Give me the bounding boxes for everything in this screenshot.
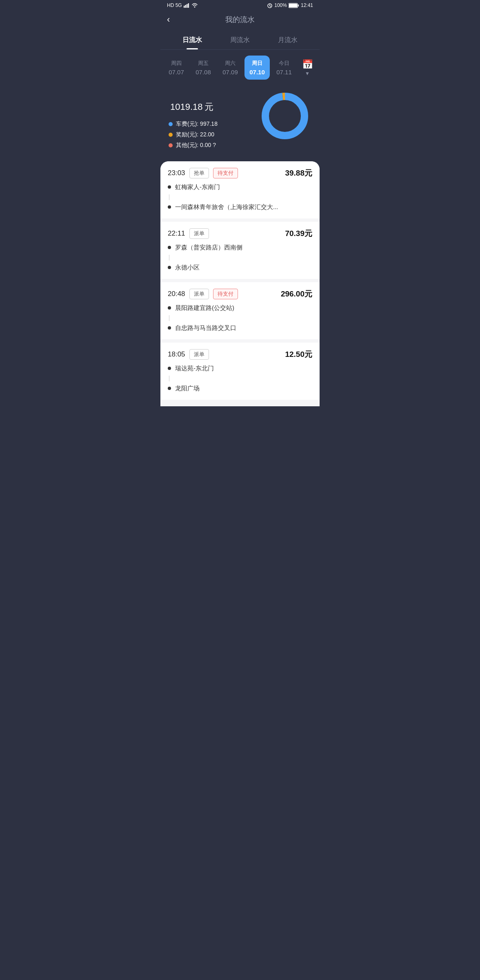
tx-tag-3: 派单 — [189, 289, 209, 299]
stop-dot-icon — [168, 326, 171, 330]
tx-stop-2a: 罗森（普安路店）西南侧 — [168, 244, 312, 252]
fare-label: 车费(元): 997.18 — [176, 120, 218, 128]
svg-rect-9 — [289, 4, 297, 7]
tx-route-2: 罗森（普安路店）西南侧 永德小区 — [168, 244, 312, 272]
tx-stop-2b: 永德小区 — [168, 264, 312, 272]
tx-stop-1a: 虹梅家人-东南门 — [168, 183, 312, 191]
tx-stop-3b: 自忠路与马当路交叉口 — [168, 324, 312, 332]
svg-point-11 — [265, 96, 304, 136]
summary-left: 1019.18元 车费(元): 997.18 奖励(元): 22.00 其他(元… — [169, 94, 218, 149]
day-thu[interactable]: 周四 07.07 — [164, 56, 189, 80]
tx-stop-4a: 瑞达苑-东北门 — [168, 365, 312, 372]
tx-header-1: 23:03 抢单 待支付 39.88元 — [168, 168, 312, 178]
transaction-item: 18:05 派单 12.50元 瑞达苑-东北门 龙阳广场 — [160, 343, 320, 400]
legend-bonus: 奖励(元): 22.00 — [169, 131, 218, 138]
transaction-item: 20:48 派单 待支付 296.00元 晨阳路建宜路(公交站) 自忠路与马当路… — [160, 282, 320, 339]
svg-rect-2 — [187, 4, 188, 8]
tx-amount-2: 70.39元 — [285, 228, 312, 239]
tx-tag-1: 抢单 — [189, 168, 209, 178]
tx-stop-4b: 龙阳广场 — [168, 385, 312, 392]
tab-weekly[interactable]: 周流水 — [222, 31, 258, 49]
day-thu-name: 周四 — [171, 60, 182, 67]
time-label: 12:41 — [301, 2, 313, 8]
transaction-list: 23:03 抢单 待支付 39.88元 虹梅家人-东南门 一间森林青年旅舍（上海… — [160, 161, 320, 406]
donut-chart — [258, 89, 311, 143]
summary-legend: 车费(元): 997.18 奖励(元): 22.00 其他(元): 0.00 ? — [169, 120, 218, 149]
tx-header-4: 18:05 派单 12.50元 — [168, 349, 312, 360]
day-today-date: 07.11 — [276, 69, 292, 76]
other-label: 其他(元): 0.00 ? — [176, 142, 216, 149]
calendar-icon: 📅 — [302, 59, 313, 70]
day-today-name: 今日 — [279, 60, 289, 67]
tx-status-3: 待支付 — [213, 289, 238, 299]
other-dot — [169, 143, 173, 147]
day-fri-date: 07.08 — [196, 69, 211, 76]
stop-dot-icon — [168, 367, 171, 370]
tx-header-2: 22:11 派单 70.39元 — [168, 228, 312, 239]
tx-header-left-2: 22:11 派单 — [168, 228, 209, 239]
day-today[interactable]: 今日 07.11 — [271, 56, 297, 80]
battery-label: 100% — [274, 2, 287, 8]
tab-daily[interactable]: 日流水 — [174, 31, 210, 49]
tx-header-3: 20:48 派单 待支付 296.00元 — [168, 289, 312, 299]
stop-dot-icon — [168, 205, 171, 209]
tx-stop-3a: 晨阳路建宜路(公交站) — [168, 304, 312, 312]
tab-monthly[interactable]: 月流水 — [270, 31, 306, 49]
day-thu-date: 07.07 — [169, 69, 184, 76]
tx-status-1: 待支付 — [213, 168, 238, 178]
network-label: HD 5G — [167, 2, 182, 8]
stop-dot-icon — [168, 185, 171, 189]
tx-amount-4: 12.50元 — [285, 349, 312, 360]
calendar-arrow-icon: ▼ — [305, 71, 310, 76]
svg-rect-1 — [185, 5, 186, 8]
tx-header-left-1: 23:03 抢单 待支付 — [168, 168, 238, 178]
day-sat-date: 07.09 — [222, 69, 238, 76]
alarm-icon — [267, 2, 273, 8]
stop-dot-icon — [168, 306, 171, 310]
legend-fare: 车费(元): 997.18 — [169, 120, 218, 128]
page-title: 我的流水 — [225, 15, 255, 24]
tx-tag-2: 派单 — [189, 228, 209, 239]
bonus-dot — [169, 133, 173, 137]
header: ‹ 我的流水 — [160, 11, 320, 31]
tx-route-1: 虹梅家人-东南门 一间森林青年旅舍（上海徐家汇交大... — [168, 183, 312, 211]
day-sun-date: 07.10 — [249, 69, 265, 76]
status-right: 100% 12:41 — [267, 2, 313, 8]
day-fri[interactable]: 周五 07.08 — [191, 56, 216, 80]
calendar-picker[interactable]: 📅 ▼ — [298, 56, 316, 80]
svg-rect-10 — [298, 4, 299, 7]
tx-time-2: 22:11 — [168, 229, 185, 238]
tx-tag-4: 派单 — [189, 349, 209, 360]
bonus-label: 奖励(元): 22.00 — [176, 131, 214, 138]
stop-dot-icon — [168, 387, 171, 390]
day-sun-name: 周日 — [252, 60, 262, 67]
svg-line-7 — [270, 6, 271, 7]
svg-point-4 — [194, 7, 195, 8]
transaction-item: 23:03 抢单 待支付 39.88元 虹梅家人-东南门 一间森林青年旅舍（上海… — [160, 161, 320, 218]
svg-rect-0 — [184, 6, 185, 8]
tab-bar: 日流水 周流水 月流水 — [160, 31, 320, 50]
total-amount: 1019.18元 — [169, 94, 218, 114]
tx-amount-3: 296.00元 — [281, 289, 312, 299]
day-sun[interactable]: 周日 07.10 — [244, 56, 270, 80]
back-button[interactable]: ‹ — [167, 14, 170, 25]
tx-route-4: 瑞达苑-东北门 龙阳广场 — [168, 365, 312, 392]
day-fri-name: 周五 — [198, 60, 209, 67]
legend-other: 其他(元): 0.00 ? — [169, 142, 218, 149]
svg-rect-3 — [188, 3, 189, 8]
route-connector — [169, 315, 169, 321]
tx-route-3: 晨阳路建宜路(公交站) 自忠路与马当路交叉口 — [168, 304, 312, 332]
stop-dot-icon — [168, 266, 171, 269]
day-sat[interactable]: 周六 07.09 — [218, 56, 243, 80]
tx-time-3: 20:48 — [168, 290, 185, 298]
route-connector — [169, 376, 169, 381]
status-bar: HD 5G 100% 12:41 — [160, 0, 320, 11]
day-selector: 周四 07.07 周五 07.08 周六 07.09 周日 07.10 今日 0… — [160, 50, 320, 85]
tx-stop-1b: 一间森林青年旅舍（上海徐家汇交大... — [168, 203, 312, 211]
tx-header-left-3: 20:48 派单 待支付 — [168, 289, 238, 299]
wifi-icon — [192, 3, 198, 8]
signal-icon — [184, 3, 190, 8]
route-connector — [169, 194, 169, 200]
day-sat-name: 周六 — [225, 60, 236, 67]
summary-section: 1019.18元 车费(元): 997.18 奖励(元): 22.00 其他(元… — [160, 85, 320, 161]
